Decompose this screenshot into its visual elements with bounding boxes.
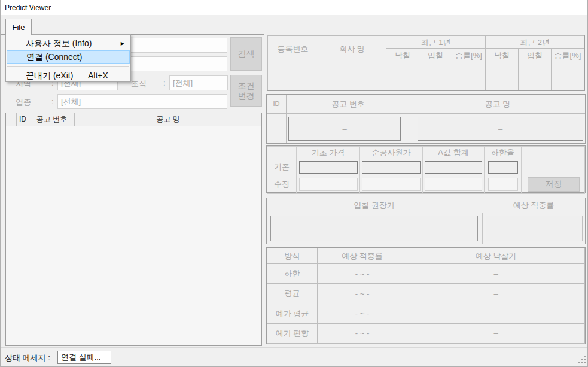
col-reg-no: 등록번호: [268, 36, 318, 62]
condition-change-label-2: 변경: [238, 91, 255, 101]
status-message: 연결 실패...: [57, 351, 111, 364]
col-rate-2y: 승률[%]: [552, 49, 584, 62]
menu-file[interactable]: File: [5, 19, 32, 35]
method-row-label: 하한: [267, 264, 318, 284]
menu-item-connect-label: 연결 (Connect): [26, 52, 82, 62]
bid-recommendation-panel: 입찰 권장가 예상 적중률 — –: [266, 198, 586, 244]
method-prediction-table: 방식 예상 적중률 예상 낙찰가 하한 - ~ - – 평균 - ~ - – 예…: [266, 247, 586, 344]
status-label: 상태 메세지 :: [5, 353, 50, 363]
menu-bar: Help: [1, 15, 588, 34]
industry-colon: :: [51, 97, 54, 106]
announce-id-cell: [267, 114, 287, 143]
list-header-selector[interactable]: [6, 113, 17, 126]
announce-no-value: –: [288, 117, 401, 141]
existing-lower-rate: –: [488, 161, 518, 174]
price-header-blank: [267, 147, 297, 159]
window-title: Predict Viewer: [5, 4, 51, 12]
announce-col-name: 공고 명: [410, 95, 585, 113]
col-win-1y: 낙찰: [386, 49, 419, 62]
condition-change-button[interactable]: 조건 변경: [230, 75, 262, 107]
org-label: 조직: [131, 78, 147, 89]
price-existing-blank: [522, 159, 585, 175]
cell-bid-1y: –: [419, 62, 452, 90]
method-row-rate: - ~ -: [318, 304, 407, 323]
price-header-blank-2: [522, 147, 585, 159]
cell-bid-2y: –: [519, 62, 552, 90]
menu-item-exit-label: 끝내기 (eXit): [26, 71, 73, 80]
menu-item-exit-shortcut: Alt+X: [88, 69, 108, 82]
bid-header: 입찰 권장가 예상 적중률: [267, 198, 585, 213]
menu-separator: [7, 66, 129, 67]
price-row-modified-label: 수정: [267, 175, 297, 194]
bid-expected-hit-rate-value: –: [486, 216, 583, 241]
menu-item-user-info[interactable]: 사용자 정보 (Info) ▶: [6, 37, 130, 50]
list-header-announcement-name[interactable]: 공고 명: [75, 113, 261, 126]
col-rate-1y: 승률[%]: [452, 49, 486, 62]
price-row-existing-label: 기존: [267, 159, 297, 175]
method-col-method: 방식: [267, 248, 318, 264]
menu-item-user-info-label: 사용자 정보 (Info): [26, 38, 92, 48]
method-row-label: 평균: [267, 284, 318, 304]
list-header-announcement-no[interactable]: 공고 번호: [29, 113, 75, 126]
method-col-expected-win-price: 예상 낙찰가: [407, 248, 585, 264]
industry-label: 업종: [16, 97, 31, 108]
company-stats-table: 등록번호 회사 명 최근 1년 최근 2년 낙찰 입찰 승률[%] 낙찰 입찰 …: [267, 35, 585, 91]
org-field[interactable]: [전체]: [169, 75, 228, 90]
resize-grip-icon[interactable]: [578, 356, 586, 364]
price-panel: 기초 가격 순공사원가 A값 합계 하한율 기존 – – – – 수정 저장: [266, 145, 586, 193]
price-header-net-cost: 순공사원가: [360, 147, 423, 159]
submenu-arrow-icon: ▶: [121, 37, 124, 50]
cell-rate-1y: –: [452, 62, 486, 90]
modified-a-sum-input[interactable]: [425, 178, 482, 191]
bid-col-recommended-price: 입찰 권장가: [267, 198, 482, 213]
industry-field[interactable]: [전체]: [57, 94, 227, 109]
file-menu-dropdown: 사용자 정보 (Info) ▶ 연결 (Connect) 끝내기 (eXit) …: [5, 34, 131, 82]
price-header-a-sum: A값 합계: [423, 147, 485, 159]
announcement-list[interactable]: ID 공고 번호 공고 명: [5, 113, 262, 346]
method-row-price: –: [407, 284, 585, 304]
predict-viewer-window: Predict Viewer Help File 검색 지역 : [전체] 조직…: [0, 0, 588, 367]
title-bar: Predict Viewer: [1, 0, 588, 15]
announce-col-id: ID: [267, 95, 287, 113]
existing-net-cost: –: [362, 161, 421, 174]
cell-reg-no: –: [268, 62, 318, 90]
menu-item-connect[interactable]: 연결 (Connect): [7, 50, 130, 64]
selected-announcement-panel: ID 공고 번호 공고 명 – –: [266, 94, 586, 144]
save-button[interactable]: 저장: [528, 177, 580, 192]
org-colon: :: [163, 78, 166, 87]
col-bid-1y: 입찰: [419, 49, 452, 62]
bid-col-expected-hit-rate: 예상 적중률: [482, 198, 585, 213]
method-col-expected-hit-rate: 예상 적중률: [318, 248, 407, 264]
list-header-id[interactable]: ID: [17, 113, 29, 126]
menu-item-exit[interactable]: 끝내기 (eXit) Alt+X: [6, 69, 130, 83]
search-button-label: 검색: [238, 49, 255, 59]
existing-base-price: –: [299, 161, 358, 174]
method-row-label: 예가 평균: [267, 304, 318, 323]
modified-net-cost-input[interactable]: [362, 178, 421, 191]
panel-divider: [264, 34, 264, 347]
col-group-recent-2y: 최근 2년: [486, 36, 584, 49]
col-company-name: 회사 명: [318, 36, 386, 62]
existing-a-sum: –: [425, 161, 482, 174]
announce-col-no: 공고 번호: [287, 95, 410, 113]
cell-win-2y: –: [486, 62, 519, 90]
status-bar: 상태 메세지 : 연결 실패...: [1, 347, 588, 367]
col-bid-2y: 입찰: [519, 49, 552, 62]
method-row-price: –: [407, 304, 585, 323]
save-button-label: 저장: [546, 179, 562, 190]
method-row-price: –: [407, 323, 585, 343]
cell-rate-2y: –: [552, 62, 584, 90]
method-row-rate: - ~ -: [318, 284, 407, 304]
modified-lower-rate-input[interactable]: [488, 178, 518, 191]
condition-change-label-1: 조건: [238, 81, 255, 91]
method-row-rate: - ~ -: [318, 264, 407, 284]
method-row-price: –: [407, 264, 585, 284]
selected-announcement-header: ID 공고 번호 공고 명: [267, 95, 585, 114]
modified-base-price-input[interactable]: [299, 178, 358, 191]
search-button[interactable]: 검색: [230, 37, 262, 71]
announcement-list-header: ID 공고 번호 공고 명: [6, 113, 261, 126]
method-row-rate: - ~ -: [318, 323, 407, 343]
cell-company-name: –: [318, 62, 386, 90]
cell-win-1y: –: [386, 62, 419, 90]
price-header-base: 기초 가격: [297, 147, 360, 159]
